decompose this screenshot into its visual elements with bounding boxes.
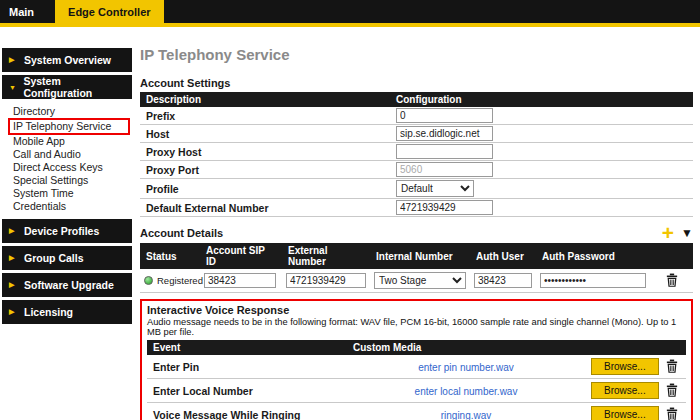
proxy-host-input[interactable] xyxy=(396,144,493,159)
column-header: Auth User xyxy=(470,243,536,269)
sidebar-item-direct-access-keys[interactable]: Direct Access Keys xyxy=(10,161,132,174)
registered-status-icon xyxy=(144,276,153,285)
default-external-number-input[interactable] xyxy=(396,200,493,215)
setting-label: Host xyxy=(140,125,390,143)
ivr-format-note: Audio message needs to be in the followi… xyxy=(147,317,686,337)
table-row: Enter Pin enter pin number.wav Browse... xyxy=(147,355,686,379)
sidebar-item-software-upgrade[interactable]: ▶ Software Upgrade xyxy=(2,273,132,297)
sidebar-item-mobile-app[interactable]: Mobile App xyxy=(10,135,132,148)
chevron-right-icon: ▶ xyxy=(9,281,18,289)
column-header: Custom Media xyxy=(347,340,686,355)
external-number-input[interactable] xyxy=(286,273,366,288)
delete-account-button[interactable] xyxy=(666,273,678,287)
sidebar-item-label: Device Profiles xyxy=(24,225,99,237)
ivr-event-label: Enter Pin xyxy=(147,355,347,379)
column-header: Description xyxy=(140,92,390,107)
trash-icon xyxy=(666,383,678,397)
column-header: External Number xyxy=(282,243,370,269)
sidebar-item-device-profiles[interactable]: ▶ Device Profiles xyxy=(2,219,132,243)
setting-label: Proxy Host xyxy=(140,143,390,161)
table-row: Default External Number xyxy=(140,199,693,217)
sidebar-item-system-time[interactable]: System Time xyxy=(10,187,132,200)
sidebar-item-call-and-audio[interactable]: Call and Audio xyxy=(10,148,132,161)
host-input[interactable] xyxy=(396,126,493,141)
prefix-input[interactable] xyxy=(396,108,493,123)
account-sip-id-input[interactable] xyxy=(204,273,276,288)
browse-button[interactable]: Browse... xyxy=(591,406,659,420)
column-header: Event xyxy=(147,340,347,355)
table-row: Host xyxy=(140,125,693,143)
sidebar-item-ip-telephony-service[interactable]: IP Telephony Service xyxy=(8,118,130,135)
table-row: Proxy Port xyxy=(140,161,693,179)
tab-edge-controller[interactable]: Edge Controller xyxy=(55,0,164,23)
proxy-port-input[interactable] xyxy=(396,162,493,177)
chevron-right-icon: ▶ xyxy=(9,254,18,262)
chevron-right-icon: ▶ xyxy=(9,56,18,64)
account-dropdown-button[interactable]: ▼ xyxy=(681,225,693,241)
table-row: Prefix xyxy=(140,107,693,125)
setting-label: Profile xyxy=(140,179,390,199)
trash-icon xyxy=(666,407,678,420)
delete-media-button[interactable] xyxy=(666,407,678,420)
profile-select[interactable]: Default xyxy=(396,180,474,197)
top-bar: Main Edge Controller xyxy=(0,0,700,27)
account-settings-table: Description Configuration Prefix Host Pr… xyxy=(140,92,693,217)
browse-button[interactable]: Browse... xyxy=(591,382,659,399)
column-header: Status xyxy=(140,243,200,269)
setting-label: Prefix xyxy=(140,107,390,125)
table-row: Voice Message While Ringing ringing.wav … xyxy=(147,403,686,420)
sidebar-item-licensing[interactable]: ▶ Licensing xyxy=(2,300,132,324)
sidebar-item-system-configuration[interactable]: ▼ System Configuration xyxy=(2,75,132,99)
column-header xyxy=(651,243,693,269)
sidebar-item-label: Licensing xyxy=(24,306,73,318)
status-badge: Registered xyxy=(157,275,203,286)
sidebar-item-label: Group Calls xyxy=(24,252,84,264)
sidebar-item-label: Software Upgrade xyxy=(24,279,114,291)
add-account-button[interactable]: + xyxy=(662,225,674,241)
setting-label: Proxy Port xyxy=(140,161,390,179)
auth-password-input[interactable] xyxy=(540,273,646,288)
table-row: Registered Two Stage xyxy=(140,269,693,293)
delete-media-button[interactable] xyxy=(666,359,678,373)
column-header: Configuration xyxy=(390,92,693,107)
tab-main[interactable]: Main xyxy=(0,0,43,23)
chevron-right-icon: ▶ xyxy=(9,227,18,235)
media-file-link[interactable]: enter local number.wav xyxy=(415,386,518,397)
sidebar-subitems: Directory IP Telephony Service Mobile Ap… xyxy=(2,102,132,219)
account-details-table: Status Account SIP ID External Number In… xyxy=(140,243,693,293)
page-title: IP Telephony Service xyxy=(140,46,693,63)
ivr-event-label: Voice Message While Ringing xyxy=(147,403,347,420)
trash-icon xyxy=(666,273,678,287)
internal-number-select[interactable]: Two Stage xyxy=(374,272,466,289)
sidebar-item-label: System Configuration xyxy=(23,75,125,99)
setting-label: Default External Number xyxy=(140,199,390,217)
sidebar-item-directory[interactable]: Directory xyxy=(10,105,132,118)
sidebar: ▶ System Overview ▼ System Configuration… xyxy=(2,48,132,327)
media-file-link[interactable]: ringing.wav xyxy=(441,410,492,420)
ivr-table: Event Custom Media Enter Pin enter pin n… xyxy=(147,340,686,420)
main-content: IP Telephony Service Account Settings De… xyxy=(140,46,693,420)
trash-icon xyxy=(666,359,678,373)
column-header: Internal Number xyxy=(370,243,470,269)
auth-user-input[interactable] xyxy=(474,273,532,288)
table-row: Proxy Host xyxy=(140,143,693,161)
section-title-account-details: Account Details xyxy=(140,227,223,239)
delete-media-button[interactable] xyxy=(666,383,678,397)
section-title-ivr: Interactive Voice Response xyxy=(147,304,686,316)
ivr-annotation-box: Interactive Voice Response Audio message… xyxy=(140,299,693,420)
column-header: Auth Password xyxy=(536,243,651,269)
chevron-down-icon: ▼ xyxy=(9,84,17,91)
media-file-link[interactable]: enter pin number.wav xyxy=(418,362,514,373)
chevron-right-icon: ▶ xyxy=(9,308,18,316)
sidebar-item-special-settings[interactable]: Special Settings xyxy=(10,174,132,187)
table-row: Profile Default xyxy=(140,179,693,199)
section-title-account-settings: Account Settings xyxy=(140,77,693,89)
sidebar-item-system-overview[interactable]: ▶ System Overview xyxy=(2,48,132,72)
sidebar-item-label: System Overview xyxy=(24,54,111,66)
table-row: Enter Local Number enter local number.wa… xyxy=(147,379,686,403)
sidebar-item-credentials[interactable]: Credentials xyxy=(10,200,132,213)
browse-button[interactable]: Browse... xyxy=(591,358,659,375)
ivr-event-label: Enter Local Number xyxy=(147,379,347,403)
column-header: Account SIP ID xyxy=(200,243,282,269)
sidebar-item-group-calls[interactable]: ▶ Group Calls xyxy=(2,246,132,270)
